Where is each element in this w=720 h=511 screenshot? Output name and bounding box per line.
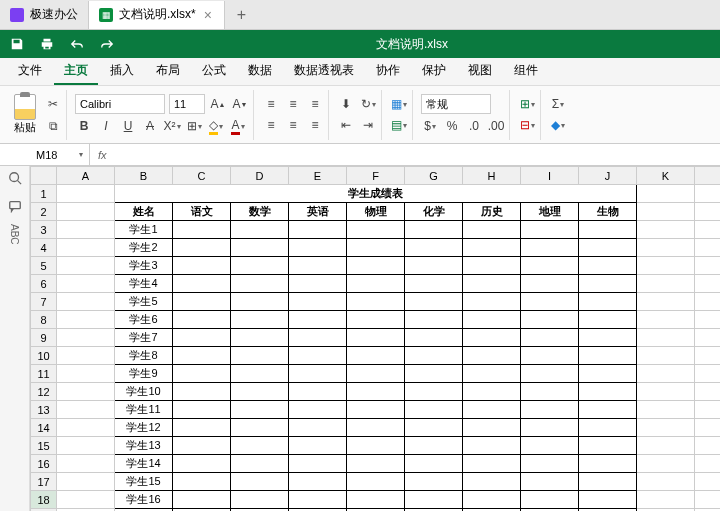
row-header-7[interactable]: 7 xyxy=(31,293,57,311)
cell-D3[interactable] xyxy=(231,221,289,239)
cell-E16[interactable] xyxy=(289,455,347,473)
cell-I9[interactable] xyxy=(521,329,579,347)
cell-L2[interactable] xyxy=(695,203,721,221)
col-header-C[interactable]: C xyxy=(173,167,231,185)
cell-A10[interactable] xyxy=(57,347,115,365)
orientation-icon[interactable]: ↻▾ xyxy=(359,95,377,113)
cell-H11[interactable] xyxy=(463,365,521,383)
menu-公式[interactable]: 公式 xyxy=(192,58,236,85)
cell-E8[interactable] xyxy=(289,311,347,329)
cell-B5[interactable]: 学生3 xyxy=(115,257,173,275)
cell-J17[interactable] xyxy=(579,473,637,491)
cell-E14[interactable] xyxy=(289,419,347,437)
cell-L14[interactable] xyxy=(695,419,721,437)
cell-A11[interactable] xyxy=(57,365,115,383)
insert-function-icon[interactable]: ▤▾ xyxy=(390,116,408,134)
cell-E3[interactable] xyxy=(289,221,347,239)
cell-G16[interactable] xyxy=(405,455,463,473)
save-icon[interactable] xyxy=(10,37,24,51)
autosum-icon[interactable]: Σ▾ xyxy=(549,95,567,113)
search-icon[interactable] xyxy=(7,170,23,186)
cell-L11[interactable] xyxy=(695,365,721,383)
col-header-F[interactable]: F xyxy=(347,167,405,185)
cell-B14[interactable]: 学生12 xyxy=(115,419,173,437)
cell-K12[interactable] xyxy=(637,383,695,401)
row-header-17[interactable]: 17 xyxy=(31,473,57,491)
cell-H18[interactable] xyxy=(463,491,521,509)
cell-E4[interactable] xyxy=(289,239,347,257)
cell-L13[interactable] xyxy=(695,401,721,419)
cell-H8[interactable] xyxy=(463,311,521,329)
cell-F14[interactable] xyxy=(347,419,405,437)
cell-I3[interactable] xyxy=(521,221,579,239)
cell-F18[interactable] xyxy=(347,491,405,509)
row-header-13[interactable]: 13 xyxy=(31,401,57,419)
cell-G18[interactable] xyxy=(405,491,463,509)
cell-K15[interactable] xyxy=(637,437,695,455)
cell-F10[interactable] xyxy=(347,347,405,365)
cell-B16[interactable]: 学生14 xyxy=(115,455,173,473)
cell-D18[interactable] xyxy=(231,491,289,509)
align-top-icon[interactable]: ≡ xyxy=(262,95,280,113)
cell-C6[interactable] xyxy=(173,275,231,293)
cell-B10[interactable]: 学生8 xyxy=(115,347,173,365)
cell-A5[interactable] xyxy=(57,257,115,275)
cell-G4[interactable] xyxy=(405,239,463,257)
cell-L10[interactable] xyxy=(695,347,721,365)
cell-H13[interactable] xyxy=(463,401,521,419)
cell-B15[interactable]: 学生13 xyxy=(115,437,173,455)
comment-icon[interactable] xyxy=(7,198,23,214)
row-header-10[interactable]: 10 xyxy=(31,347,57,365)
cell-A17[interactable] xyxy=(57,473,115,491)
align-right-icon[interactable]: ≡ xyxy=(306,116,324,134)
delete-cells-icon[interactable]: ⊟▾ xyxy=(518,116,536,134)
cell-L16[interactable] xyxy=(695,455,721,473)
col-header-H[interactable]: H xyxy=(463,167,521,185)
cell-G15[interactable] xyxy=(405,437,463,455)
cell-F11[interactable] xyxy=(347,365,405,383)
cell-A7[interactable] xyxy=(57,293,115,311)
number-format-select[interactable] xyxy=(421,94,491,114)
align-bottom-icon[interactable]: ≡ xyxy=(306,95,324,113)
row-header-11[interactable]: 11 xyxy=(31,365,57,383)
cell-I14[interactable] xyxy=(521,419,579,437)
cell-I12[interactable] xyxy=(521,383,579,401)
cell-D5[interactable] xyxy=(231,257,289,275)
col-header-K[interactable]: K xyxy=(637,167,695,185)
cell-I7[interactable] xyxy=(521,293,579,311)
clipboard-sidebar-icon[interactable]: ABC xyxy=(7,226,23,242)
undo-icon[interactable] xyxy=(70,37,84,51)
row-header-6[interactable]: 6 xyxy=(31,275,57,293)
cell-H15[interactable] xyxy=(463,437,521,455)
cell-G17[interactable] xyxy=(405,473,463,491)
cell-B13[interactable]: 学生11 xyxy=(115,401,173,419)
cell-L18[interactable] xyxy=(695,491,721,509)
menu-文件[interactable]: 文件 xyxy=(8,58,52,85)
cell-K9[interactable] xyxy=(637,329,695,347)
cell-C14[interactable] xyxy=(173,419,231,437)
cell-D7[interactable] xyxy=(231,293,289,311)
cell-J16[interactable] xyxy=(579,455,637,473)
italic-button[interactable]: I xyxy=(97,117,115,135)
cell-G7[interactable] xyxy=(405,293,463,311)
cell-A1[interactable] xyxy=(57,185,115,203)
select-all-corner[interactable] xyxy=(31,167,57,185)
cell-K14[interactable] xyxy=(637,419,695,437)
cell-K1[interactable] xyxy=(637,185,695,203)
cell-J6[interactable] xyxy=(579,275,637,293)
cell-I8[interactable] xyxy=(521,311,579,329)
cell-C9[interactable] xyxy=(173,329,231,347)
cell-I4[interactable] xyxy=(521,239,579,257)
cell-D6[interactable] xyxy=(231,275,289,293)
cell-D10[interactable] xyxy=(231,347,289,365)
cell-E15[interactable] xyxy=(289,437,347,455)
cell-D17[interactable] xyxy=(231,473,289,491)
cell-B4[interactable]: 学生2 xyxy=(115,239,173,257)
currency-icon[interactable]: $▾ xyxy=(421,117,439,135)
cell-J13[interactable] xyxy=(579,401,637,419)
row-header-5[interactable]: 5 xyxy=(31,257,57,275)
cell-F6[interactable] xyxy=(347,275,405,293)
cell-L8[interactable] xyxy=(695,311,721,329)
cell-F4[interactable] xyxy=(347,239,405,257)
cell-G14[interactable] xyxy=(405,419,463,437)
